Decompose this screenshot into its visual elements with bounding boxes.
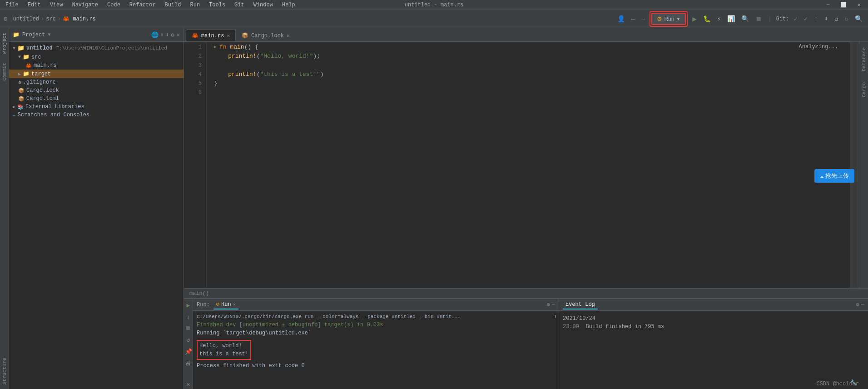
event-settings-icon[interactable]: ⚙ bbox=[856, 301, 859, 308]
tree-src-folder[interactable]: ▼ 📁 src bbox=[9, 53, 184, 61]
run-green-icon[interactable]: ▶ bbox=[690, 14, 699, 25]
tree-root[interactable]: ▼ 📁 untitled F:\Users\WIN10\CLionProject… bbox=[9, 44, 184, 53]
undo-icon[interactable]: ↺ bbox=[833, 14, 840, 24]
event-build-msg: Build finished in 795 ms bbox=[585, 324, 664, 330]
git-push-icon[interactable]: ↑ bbox=[812, 15, 819, 24]
tree-target-folder[interactable]: ▶ 📁 target bbox=[9, 70, 184, 78]
scope-icon[interactable]: 🌐 bbox=[151, 31, 159, 39]
event-time: 23:00 bbox=[563, 324, 579, 330]
tree-main-rs[interactable]: 🦀 main.rs bbox=[9, 61, 184, 70]
menu-tools[interactable]: Tools bbox=[207, 1, 227, 9]
git-check1-icon[interactable]: ✓ bbox=[792, 14, 799, 24]
run-button[interactable]: ⚙ Run ▼ bbox=[651, 13, 686, 25]
editor-content[interactable]: 1 2 3 4 5 6 ▶ fn main() { bbox=[184, 42, 850, 288]
menu-run[interactable]: Run bbox=[188, 1, 202, 9]
src-name: src bbox=[31, 54, 41, 60]
menu-build[interactable]: Build bbox=[163, 1, 183, 9]
breadcrumb-src[interactable]: src bbox=[46, 16, 56, 22]
root-name: untitled bbox=[26, 45, 53, 51]
coverage-icon[interactable]: ⚡ bbox=[715, 14, 723, 24]
menu-edit[interactable]: Edit bbox=[26, 1, 43, 9]
menu-file[interactable]: File bbox=[4, 1, 20, 9]
stop-btn[interactable]: ⏹ bbox=[184, 324, 192, 333]
settings-icon[interactable]: ⚙ bbox=[4, 15, 7, 23]
main-toolbar: ⚙ untitled › src › 🦀 main.rs 👤 ← → ⚙ Run… bbox=[0, 10, 868, 28]
print-icon[interactable]: 🖨 bbox=[184, 359, 192, 368]
collapse-icon[interactable]: ⬆ bbox=[160, 31, 164, 39]
code-line-1: ▶ fn main() { bbox=[214, 43, 850, 52]
redo-icon[interactable]: ↻ bbox=[843, 14, 850, 24]
debug-icon[interactable]: 🐛 bbox=[701, 14, 713, 24]
close-button[interactable]: ✕ bbox=[854, 1, 864, 9]
cargo-label[interactable]: Cargo bbox=[861, 79, 867, 101]
scroll-to-top-icon[interactable]: ⬆ bbox=[554, 313, 557, 321]
menu-help[interactable]: Help bbox=[280, 1, 297, 9]
settings-project-icon[interactable]: ⚙ bbox=[171, 31, 174, 39]
gitignore-name: .gitignore bbox=[23, 79, 56, 85]
run-running-line: Running `target\debug\untitled.exe` bbox=[197, 329, 555, 337]
run-green-btn[interactable]: ▶ bbox=[186, 301, 191, 310]
search-icon[interactable]: 🔍 bbox=[853, 14, 864, 24]
breadcrumb-file[interactable]: 🦀 main.rs bbox=[63, 15, 96, 22]
event-panel-actions: ⚙ — bbox=[856, 301, 864, 308]
scratches-name: Scratches and Consoles bbox=[18, 112, 89, 118]
tab-main-rs-close[interactable]: ✕ bbox=[227, 33, 230, 39]
minimize-button[interactable]: — bbox=[823, 1, 833, 9]
tree-cargo-lock[interactable]: 📦 Cargo.lock bbox=[9, 86, 184, 95]
git-label: Git: bbox=[776, 16, 789, 22]
tab-main-rs[interactable]: 🦀 main.rs ✕ bbox=[186, 30, 236, 41]
menu-code[interactable]: Code bbox=[105, 1, 122, 9]
window-controls[interactable]: — ⬜ ✕ bbox=[823, 1, 864, 9]
pin-icon[interactable]: 📌 bbox=[184, 347, 193, 356]
run-tab[interactable]: ⚙ Run ✕ bbox=[213, 300, 238, 309]
expand-icon[interactable]: ⬇ bbox=[166, 31, 169, 39]
tab-main-rs-label: main.rs bbox=[201, 33, 224, 39]
code-area[interactable]: ▶ fn main() { println!("Hello, world!");… bbox=[207, 42, 850, 288]
tree-scratches[interactable]: ✏ Scratches and Consoles bbox=[9, 111, 184, 119]
menu-window[interactable]: Window bbox=[252, 1, 275, 9]
maximize-button[interactable]: ⬜ bbox=[837, 1, 850, 9]
cargo-toml-name: Cargo.toml bbox=[26, 95, 59, 102]
account-icon[interactable]: 👤 bbox=[615, 14, 627, 24]
forward-icon[interactable]: → bbox=[640, 15, 647, 24]
project-title-chevron[interactable]: ▼ bbox=[48, 32, 50, 37]
run-tab-close[interactable]: ✕ bbox=[233, 302, 236, 307]
tab-cargo-lock-label: Cargo.lock bbox=[251, 33, 284, 39]
run-indicator: ▶ bbox=[214, 43, 217, 52]
event-tab[interactable]: Event Log bbox=[563, 300, 598, 309]
stop-icon[interactable]: ⏹ bbox=[754, 15, 764, 24]
menu-navigate[interactable]: Navigate bbox=[70, 1, 100, 9]
baidu-upload-button[interactable]: ☁ 抢先上传 bbox=[814, 169, 854, 183]
git-check2-icon[interactable]: ✓ bbox=[802, 14, 809, 24]
commit-tab-label[interactable]: Commit bbox=[1, 58, 8, 85]
profile-icon[interactable]: 📊 bbox=[725, 14, 737, 24]
tree-gitignore[interactable]: ⚙ .gitignore bbox=[9, 78, 184, 86]
menu-view[interactable]: View bbox=[48, 1, 65, 9]
structure-label[interactable]: Structure bbox=[1, 353, 8, 389]
run-minimize-icon[interactable]: — bbox=[552, 301, 555, 308]
close-panel-icon[interactable]: ✕ bbox=[186, 380, 191, 389]
menu-git[interactable]: Git bbox=[233, 1, 246, 9]
output-line2: this is a test! bbox=[199, 350, 248, 358]
tab-cargo-lock-close[interactable]: ✕ bbox=[287, 33, 290, 39]
tree-external-libs[interactable]: ▶ 📚 External Libraries bbox=[9, 103, 184, 111]
menu-bar[interactable]: File Edit View Navigate Code Refactor Bu… bbox=[4, 1, 297, 9]
scroll-down-icon[interactable]: ↓ bbox=[186, 313, 191, 321]
project-tab-label[interactable]: Project bbox=[1, 28, 8, 58]
back-icon[interactable]: ← bbox=[630, 15, 637, 24]
memcheck-icon[interactable]: 🔍 bbox=[739, 14, 751, 24]
tab-cargo-lock[interactable]: 📦 Cargo.lock ✕ bbox=[236, 30, 296, 41]
event-minimize-icon[interactable]: — bbox=[861, 301, 864, 308]
run-settings-icon[interactable]: ⚙ bbox=[547, 301, 550, 308]
menu-refactor[interactable]: Refactor bbox=[128, 1, 158, 9]
line-numbers: 1 2 3 4 5 6 bbox=[184, 42, 207, 288]
git-fetch-icon[interactable]: ⬇ bbox=[823, 14, 830, 24]
code-line-4: println!("this is a test!") bbox=[214, 70, 850, 79]
database-label[interactable]: Database bbox=[861, 44, 867, 75]
main-layout: Project Commit Structure 📁 Project ▼ 🌐 ⬆… bbox=[0, 28, 868, 389]
tree-cargo-toml[interactable]: 📦 Cargo.toml bbox=[9, 95, 184, 103]
git-separator: | bbox=[768, 16, 771, 22]
breadcrumb-project[interactable]: untitled bbox=[13, 16, 39, 22]
rerun-icon[interactable]: ↺ bbox=[186, 335, 191, 344]
close-project-icon[interactable]: ✕ bbox=[176, 31, 180, 39]
